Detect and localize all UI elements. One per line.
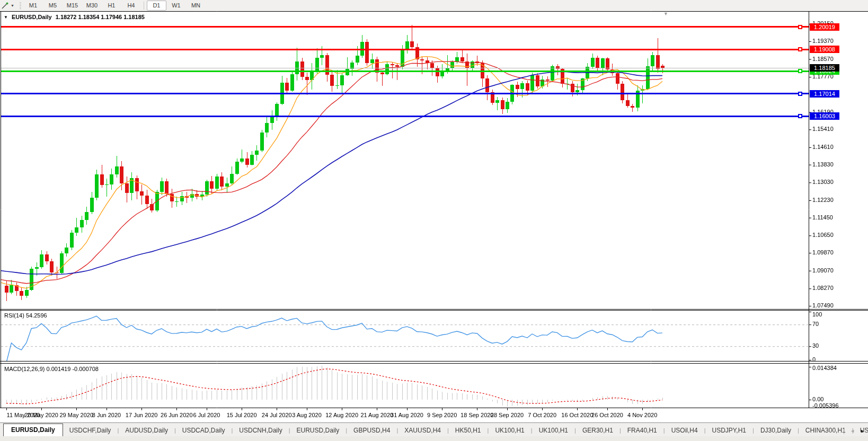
chart-tab-usoil-h4-13[interactable]: USOil,H4 <box>665 425 704 437</box>
rsi-label: RSI(14) 54.2596 <box>4 312 47 319</box>
chart-title: ▼ EURUSD,Daily 1.18272 1.18354 1.17946 1… <box>4 14 145 20</box>
chart-tab-audusd-daily-2[interactable]: AUDUSD,Daily <box>119 425 174 437</box>
tab-arrows-separator: | <box>843 428 845 434</box>
trading-terminal-window: { "toolbar": { "timeframes": ["M1","M5",… <box>0 0 868 441</box>
chart-tab-gbpusd-h4-6[interactable]: GBPUSD,H4 <box>347 425 396 437</box>
chart-tab-fra40-h1-12[interactable]: FRA40,H1 <box>621 425 663 437</box>
chart-tab-eurusd-daily-5[interactable]: EURUSD,Daily <box>290 425 346 437</box>
chart-tab-usdcnh-daily-4[interactable]: USDCNH,Daily <box>233 425 288 437</box>
chart-tab-bar: EURUSD,DailyUSDCHF,Daily|AUDUSD,Daily|US… <box>0 422 868 437</box>
tabs-scroll-left-icon[interactable]: ◄ <box>850 428 855 434</box>
chart-tab-uk100-h1-9[interactable]: UK100,H1 <box>489 425 530 437</box>
chart-canvas[interactable] <box>0 0 868 441</box>
chart-tabs: EURUSD,DailyUSDCHF,Daily|AUDUSD,Daily|US… <box>0 424 868 437</box>
chart-symbol-period: EURUSD,Daily <box>12 14 52 20</box>
chart-tab-usdjpy-h1-14[interactable]: USDJPY,H1 <box>706 425 752 437</box>
chart-tab-uk100-h1-10[interactable]: UK100,H1 <box>533 425 574 437</box>
chart-ohlc-values: 1.18272 1.18354 1.17946 1.18185 <box>56 14 145 20</box>
chart-tab-usdcad-daily-3[interactable]: USDCAD,Daily <box>176 425 232 437</box>
chart-tab-ger30-h1-11[interactable]: GER30,H1 <box>576 425 619 437</box>
chart-tab-hk50-h1-8[interactable]: HK50,H1 <box>449 425 488 437</box>
chart-tab-xauusd-h4-7[interactable]: XAUUSD,H4 <box>398 425 447 437</box>
macd-label: MACD(12,26,9) 0.001419 -0.000708 <box>4 366 99 372</box>
chart-title-collapse-icon[interactable]: ▼ <box>4 15 8 20</box>
chart-tab-dj30-daily-15[interactable]: DJ30,Daily <box>754 425 798 437</box>
chart-tab-usdchf-daily-1[interactable]: USDCHF,Daily <box>63 425 118 437</box>
tab-scroll-arrows: | ◄ ► <box>843 428 865 434</box>
tabs-scroll-right-icon[interactable]: ► <box>860 428 865 434</box>
chart-tab-eurusd-daily-0[interactable]: EURUSD,Daily <box>3 424 63 437</box>
status-strip <box>0 436 868 441</box>
